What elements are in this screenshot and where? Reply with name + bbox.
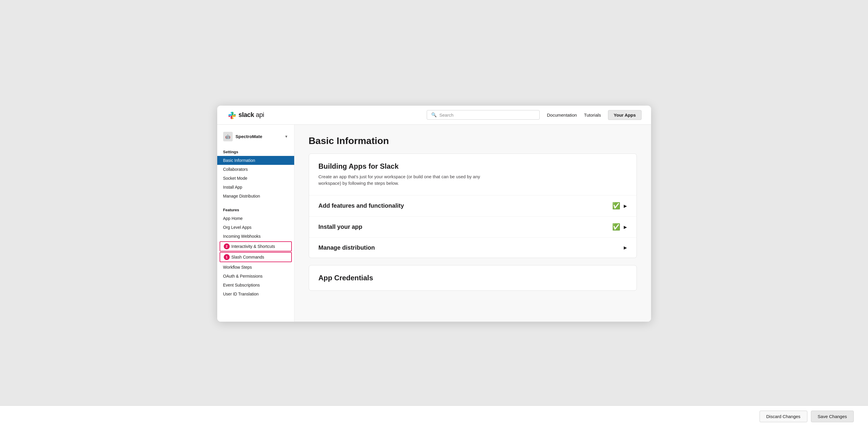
search-placeholder-text: Search [439,112,454,117]
sidebar-item-basic-information[interactable]: Basic Information [217,156,294,165]
search-box[interactable]: 🔍 Search [427,110,540,120]
manage-distribution-label: Manage distribution [318,244,375,251]
building-apps-title: Building Apps for Slack [318,162,627,171]
app-selector[interactable]: 🤖 SpectroMate ▼ [217,132,294,147]
sidebar-item-interactivity-shortcuts[interactable]: 2 Interactivity & Shortcuts [220,241,292,251]
search-icon: 🔍 [431,112,437,117]
building-apps-card: Building Apps for Slack Create an app th… [309,153,637,258]
sidebar-item-slash-commands[interactable]: 1 Slash Commands [220,252,292,262]
main-content: 🤖 SpectroMate ▼ Settings Basic Informati… [217,125,651,322]
page-title: Basic Information [309,135,637,146]
tutorials-link[interactable]: Tutorials [584,112,601,117]
sidebar-item-app-home[interactable]: App Home [217,214,294,223]
add-features-right: ✅ ▶ [612,202,627,210]
features-section-label: Features [217,205,294,214]
sidebar-item-incoming-webhooks[interactable]: Incoming Webhooks [217,232,294,241]
app-name-label: SpectroMate [236,134,282,139]
slash-commands-badge: 1 [224,254,230,260]
logo-area: slack api [227,110,264,120]
interactivity-badge: 2 [224,244,230,249]
sidebar-item-event-subscriptions[interactable]: Event Subscriptions [217,281,294,289]
header: slack api 🔍 Search Documentation Tutoria… [217,106,651,125]
sidebar-item-manage-distribution[interactable]: Manage Distribution [217,192,294,201]
add-features-chevron-icon: ▶ [624,203,627,208]
sidebar-item-install-app[interactable]: Install App [217,183,294,192]
app-credentials-card: App Credentials [309,265,637,291]
page-area: Basic Information Building Apps for Slac… [294,125,651,322]
your-apps-button[interactable]: Your Apps [608,110,641,120]
sidebar: 🤖 SpectroMate ▼ Settings Basic Informati… [217,125,294,322]
sidebar-item-org-level-apps[interactable]: Org Level Apps [217,223,294,232]
add-features-row[interactable]: Add features and functionality ✅ ▶ [309,196,637,217]
install-app-right: ✅ ▶ [612,223,627,231]
app-credentials-title: App Credentials [309,265,637,290]
header-nav: Documentation Tutorials Your Apps [547,110,641,120]
sidebar-item-slash-commands-label: Slash Commands [231,255,265,259]
manage-distribution-row[interactable]: Manage distribution ▶ [309,238,637,258]
sidebar-item-socket-mode[interactable]: Socket Mode [217,174,294,183]
building-apps-desc: Create an app that's just for your works… [318,173,497,187]
logo-text: slack api [239,111,264,119]
install-app-chevron-icon: ▶ [624,225,627,229]
sidebar-item-oauth-permissions[interactable]: OAuth & Permissions [217,272,294,281]
building-apps-header: Building Apps for Slack Create an app th… [309,154,637,196]
add-features-label: Add features and functionality [318,202,404,209]
sidebar-item-collaborators[interactable]: Collaborators [217,165,294,174]
avatar: 🤖 [223,132,233,141]
sidebar-item-workflow-steps[interactable]: Workflow Steps [217,263,294,272]
settings-section-label: Settings [217,147,294,156]
sidebar-item-user-id-translation[interactable]: User ID Translation [217,289,294,298]
app-window: slack api 🔍 Search Documentation Tutoria… [217,106,651,322]
documentation-link[interactable]: Documentation [547,112,577,117]
slack-logo-icon [227,110,236,120]
chevron-down-icon: ▼ [285,135,288,139]
add-features-check-icon: ✅ [612,202,620,210]
install-app-check-icon: ✅ [612,223,620,231]
sidebar-item-interactivity-label: Interactivity & Shortcuts [231,244,275,249]
manage-distribution-chevron-icon: ▶ [624,245,627,250]
install-app-row[interactable]: Install your app ✅ ▶ [309,217,637,238]
install-app-label: Install your app [318,224,363,230]
manage-distribution-right: ▶ [624,245,627,250]
